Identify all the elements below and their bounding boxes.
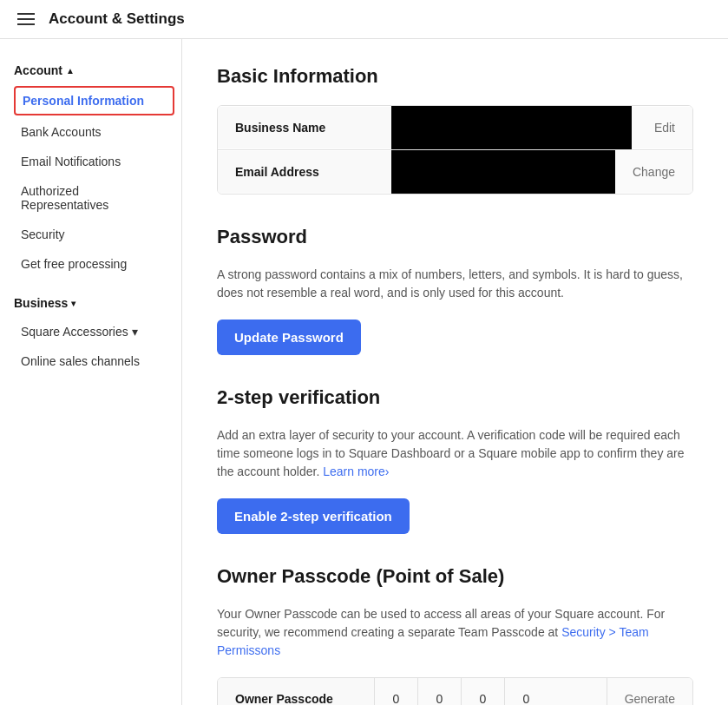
- email-address-row: Email Address Change: [218, 150, 692, 194]
- business-name-edit-button[interactable]: Edit: [632, 107, 692, 148]
- owner-passcode-table: Owner Passcode 0 0 0 0 Generate: [217, 677, 693, 705]
- header-title: Account & Settings: [49, 10, 185, 28]
- passcode-digit-4: 0: [504, 678, 548, 705]
- generate-passcode-button[interactable]: Generate: [607, 678, 692, 705]
- password-section: Password A strong password contains a mi…: [217, 226, 693, 355]
- sidebar-item-bank-accounts[interactable]: Bank Accounts: [0, 117, 181, 147]
- password-title: Password: [217, 226, 693, 248]
- passcode-digit-1: 0: [374, 678, 417, 705]
- sidebar-account-section[interactable]: Account ▲: [0, 56, 181, 84]
- basic-information-title: Basic Information: [217, 65, 693, 88]
- passcode-digit-2: 0: [417, 678, 461, 705]
- two-step-description: Add an extra layer of security to your a…: [217, 426, 693, 481]
- learn-more-link[interactable]: Learn more›: [323, 465, 389, 478]
- basic-information-section: Basic Information Business Name Edit Ema…: [217, 65, 693, 194]
- passcode-digits-container: 0 0 0 0: [374, 678, 607, 705]
- email-address-change-button[interactable]: Change: [615, 151, 692, 193]
- passcode-digit-3: 0: [461, 678, 504, 705]
- sidebar-item-get-free-processing[interactable]: Get free processing: [0, 249, 181, 279]
- sidebar-account-label: Account: [14, 63, 62, 77]
- owner-passcode-row: Owner Passcode 0 0 0 0 Generate: [218, 678, 692, 705]
- email-address-label: Email Address: [218, 151, 391, 193]
- main-content: Basic Information Business Name Edit Ema…: [182, 39, 728, 705]
- two-step-title: 2-step verification: [217, 386, 693, 409]
- business-name-row: Business Name Edit: [218, 106, 692, 150]
- owner-passcode-description: Your Owner Passcode can be used to acces…: [217, 605, 693, 660]
- enable-2step-button[interactable]: Enable 2-step verification: [217, 498, 410, 534]
- business-name-label: Business Name: [218, 107, 391, 148]
- chevron-down-icon: ▾: [71, 299, 75, 308]
- sidebar-business-label: Business: [14, 296, 68, 310]
- chevron-up-icon: ▲: [66, 66, 75, 76]
- two-step-section: 2-step verification Add an extra layer o…: [217, 386, 693, 534]
- sidebar-item-square-accessories[interactable]: Square Accessories ▾: [0, 317, 181, 346]
- sidebar-item-security[interactable]: Security: [0, 220, 181, 249]
- main-layout: Account ▲ Personal Information Bank Acco…: [0, 39, 728, 705]
- menu-icon[interactable]: [17, 13, 35, 25]
- owner-passcode-section: Owner Passcode (Point of Sale) Your Owne…: [217, 565, 693, 705]
- email-address-value: [391, 150, 615, 194]
- business-name-value: [391, 106, 632, 149]
- app-header: Account & Settings: [0, 0, 728, 39]
- sidebar-business-section[interactable]: Business ▾: [0, 289, 181, 317]
- password-description: A strong password contains a mix of numb…: [217, 266, 693, 302]
- basic-info-table: Business Name Edit Email Address Change: [217, 105, 693, 194]
- sidebar-item-email-notifications[interactable]: Email Notifications: [0, 147, 181, 176]
- sidebar: Account ▲ Personal Information Bank Acco…: [0, 39, 182, 705]
- sidebar-item-authorized-representatives[interactable]: Authorized Representatives: [0, 176, 181, 220]
- owner-passcode-label: Owner Passcode: [218, 678, 374, 705]
- sidebar-item-personal-information[interactable]: Personal Information: [14, 86, 174, 115]
- sidebar-item-online-sales-channels[interactable]: Online sales channels: [0, 346, 181, 376]
- owner-passcode-title: Owner Passcode (Point of Sale): [217, 565, 693, 588]
- update-password-button[interactable]: Update Password: [217, 320, 361, 355]
